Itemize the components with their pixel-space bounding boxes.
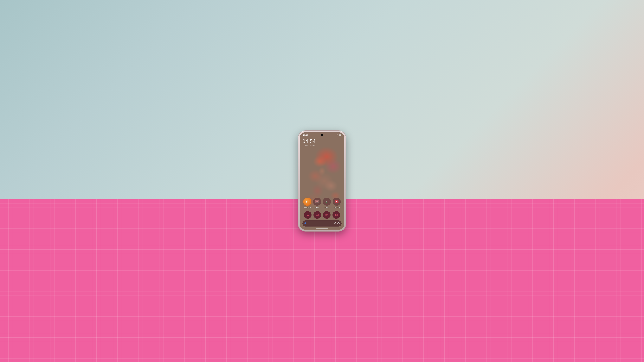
photos-label: Photos (324, 207, 329, 208)
chrome-icon (325, 213, 328, 216)
photos-icon-circle[interactable] (323, 198, 331, 206)
dock-messages-icon[interactable] (314, 211, 321, 219)
svg-point-8 (316, 215, 317, 215)
timer-x-icon: ✕ (302, 145, 304, 146)
timer-status-text: Timer paused (304, 145, 314, 146)
youtube-label: YouTube (334, 207, 340, 208)
messages-icon (316, 213, 319, 216)
svg-point-5 (326, 201, 327, 202)
svg-rect-1 (339, 135, 340, 135)
dock-camera-icon[interactable] (332, 211, 340, 219)
svg-point-16 (338, 223, 339, 224)
status-time: 11:00 (303, 134, 308, 136)
youtube-icon-circle[interactable] (332, 198, 341, 206)
screen-content: 11:00 (300, 132, 344, 230)
phone-body: 11:00 (298, 131, 346, 231)
camera-icon (335, 213, 338, 216)
timer-status: ✕ Timer paused (302, 145, 342, 146)
play-store-label: Play Store (304, 207, 311, 208)
bottom-dock (302, 211, 342, 219)
app-item-photos[interactable]: Photos (323, 198, 331, 208)
timer-display: 04:54 (302, 138, 342, 144)
app-item-gmail[interactable]: M Gmail (313, 198, 321, 208)
gmail-icon-circle[interactable]: M (313, 198, 321, 206)
gmail-label: Gmail (315, 207, 319, 208)
gmail-icon: M (315, 200, 319, 203)
svg-marker-6 (336, 201, 337, 202)
svg-point-7 (317, 215, 318, 215)
lens-icon[interactable] (337, 222, 340, 225)
phone-call-icon (306, 213, 309, 216)
svg-line-14 (326, 214, 328, 216)
svg-text:M: M (316, 201, 318, 203)
play-store-icon-circle[interactable] (303, 198, 312, 206)
google-g-icon: G (304, 222, 306, 225)
app-row: Play Store M Gmail (300, 198, 344, 208)
phone-screen: 11:00 (300, 132, 344, 230)
app-item-youtube[interactable]: YouTube (332, 198, 341, 208)
search-bar[interactable]: G (302, 220, 342, 227)
svg-point-9 (318, 215, 318, 215)
status-icons (336, 134, 341, 136)
notification-area: 04:54 ✕ Timer paused (300, 136, 344, 146)
dock-chrome-icon[interactable] (323, 211, 330, 219)
phone-device: 11:00 (298, 131, 346, 231)
photos-icon (325, 200, 329, 204)
camera-notch (321, 134, 323, 136)
svg-rect-2 (341, 135, 341, 135)
battery-icon (339, 134, 341, 136)
home-indicator[interactable] (316, 228, 328, 229)
dock-phone-icon[interactable] (304, 211, 312, 219)
wifi-icon (336, 134, 338, 136)
youtube-icon (335, 200, 338, 203)
mic-icon[interactable] (334, 222, 336, 225)
play-store-icon (306, 200, 309, 204)
app-item-play-store[interactable]: Play Store (303, 198, 312, 208)
